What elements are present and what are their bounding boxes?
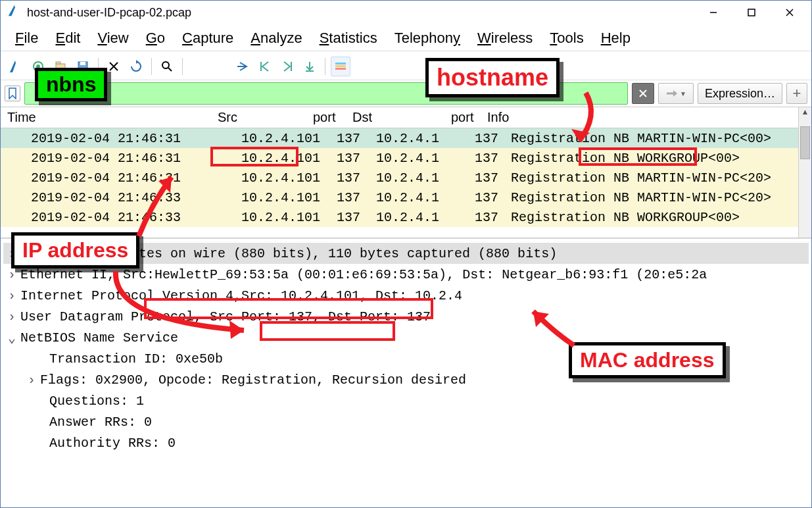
- detail-ip[interactable]: › Internet Protocol Version 4, Src: 10.2…: [3, 285, 809, 306]
- expression-button[interactable]: Expression…: [698, 83, 782, 104]
- packet-row[interactable]: 2019-02-04 21:46:33 10.2.4.101 137 10.2.…: [1, 188, 811, 207]
- menu-help[interactable]: Help: [601, 30, 631, 47]
- menu-wireless[interactable]: Wireless: [477, 30, 533, 47]
- menubar: File Edit View Go Capture Analyze Statis…: [1, 24, 811, 51]
- toolbar: [1, 51, 811, 80]
- svg-rect-9: [80, 62, 85, 65]
- detail-questions[interactable]: Questions: 1: [3, 390, 809, 411]
- caret-right-icon[interactable]: ›: [3, 288, 20, 303]
- tb-colorize-icon[interactable]: [331, 57, 350, 76]
- svg-point-12: [162, 62, 169, 68]
- filter-clear-button[interactable]: [632, 83, 654, 104]
- packet-list: Time Src port Dst port Info 2019-02-04 2…: [1, 107, 811, 238]
- col-dport[interactable]: port: [451, 110, 487, 125]
- svg-rect-7: [56, 62, 60, 64]
- tb-first-icon[interactable]: [255, 57, 275, 76]
- window-title: host-and-user-ID-pcap-02.pcap: [27, 6, 694, 20]
- menu-tools[interactable]: Tools: [550, 30, 583, 47]
- svg-line-13: [168, 68, 172, 71]
- maximize-button[interactable]: [732, 1, 771, 24]
- svg-rect-1: [748, 9, 755, 16]
- menu-edit[interactable]: Edit: [55, 30, 80, 47]
- tb-close-icon[interactable]: [104, 57, 124, 76]
- close-button[interactable]: [771, 1, 809, 24]
- caret-right-icon[interactable]: ›: [3, 267, 20, 282]
- tb-logo-icon[interactable]: [6, 57, 26, 76]
- menu-analyze[interactable]: Analyze: [251, 30, 302, 47]
- app-icon: [7, 4, 22, 22]
- svg-rect-20: [335, 63, 346, 64]
- menu-statistics[interactable]: Statistics: [320, 30, 377, 47]
- detail-frame[interactable]: › Frame 5: 110 bytes on wire (880 bits),…: [3, 243, 809, 264]
- tb-last-icon[interactable]: [277, 57, 297, 76]
- col-dst[interactable]: Dst: [352, 110, 451, 125]
- svg-point-5: [36, 64, 40, 68]
- svg-rect-6: [56, 64, 65, 70]
- packet-row[interactable]: 2019-02-04 21:46:31 10.2.4.101 137 10.2.…: [1, 128, 811, 148]
- detail-udp[interactable]: › User Datagram Protocol, Src Port: 137,…: [3, 306, 809, 327]
- menu-file[interactable]: File: [15, 30, 38, 47]
- display-filter-input[interactable]: [24, 82, 628, 105]
- filterbar: ▼ Expression… +: [1, 80, 811, 107]
- menu-view[interactable]: View: [97, 30, 128, 47]
- tb-reload-icon[interactable]: [126, 57, 146, 76]
- col-time[interactable]: Time: [7, 110, 218, 125]
- bookmark-icon[interactable]: [5, 86, 20, 101]
- titlebar: host-and-user-ID-pcap-02.pcap: [1, 1, 811, 24]
- tb-find-icon[interactable]: [157, 57, 177, 76]
- svg-rect-21: [335, 65, 346, 67]
- caret-down-icon[interactable]: ⌄: [3, 330, 20, 346]
- detail-answer-rrs[interactable]: Answer RRs: 0: [3, 411, 809, 432]
- detail-ethernet[interactable]: › Ethernet II, Src: HewlettP_69:53:5a (0…: [3, 264, 809, 285]
- caret-right-icon[interactable]: ›: [23, 372, 40, 388]
- tb-forward-icon[interactable]: [210, 57, 230, 76]
- add-filter-button[interactable]: +: [786, 83, 807, 104]
- col-src[interactable]: Src: [218, 110, 313, 125]
- detail-authority-rrs[interactable]: Authority RRs: 0: [3, 432, 809, 453]
- packet-list-header[interactable]: Time Src port Dst port Info: [1, 107, 811, 128]
- tb-back-icon[interactable]: [188, 57, 208, 76]
- detail-transaction-id[interactable]: Transaction ID: 0xe50b: [3, 348, 809, 369]
- chevron-down-icon: ▼: [680, 90, 686, 97]
- detail-flags[interactable]: › Flags: 0x2900, Opcode: Registration, R…: [3, 369, 809, 390]
- packet-row[interactable]: 2019-02-04 21:46:31 10.2.4.101 137 10.2.…: [1, 168, 811, 188]
- menu-telephony[interactable]: Telephony: [394, 30, 460, 47]
- filter-apply-dropdown[interactable]: ▼: [658, 83, 694, 104]
- packet-details[interactable]: › Frame 5: 110 bytes on wire (880 bits),…: [1, 238, 811, 471]
- packet-row[interactable]: 2019-02-04 21:46:31 10.2.4.101 137 10.2.…: [1, 148, 811, 168]
- packet-list-scrollbar[interactable]: ▲: [798, 107, 811, 238]
- tb-autoscroll-icon[interactable]: [300, 57, 320, 76]
- menu-capture[interactable]: Capture: [182, 30, 233, 47]
- minimize-button[interactable]: [694, 1, 732, 24]
- caret-right-icon[interactable]: ›: [3, 309, 20, 324]
- tb-jump-icon[interactable]: [233, 57, 252, 76]
- caret-right-icon[interactable]: ›: [3, 246, 20, 261]
- packet-row[interactable]: 2019-02-04 21:46:33 10.2.4.101 137 10.2.…: [1, 207, 811, 227]
- col-info[interactable]: Info: [487, 110, 811, 125]
- col-sport[interactable]: port: [313, 110, 352, 125]
- menu-go[interactable]: Go: [146, 30, 165, 47]
- svg-rect-22: [335, 68, 346, 70]
- tb-save-icon[interactable]: [73, 57, 93, 76]
- tb-capture-options-icon[interactable]: [28, 57, 48, 76]
- tb-open-icon[interactable]: [51, 57, 70, 76]
- detail-nbns[interactable]: ⌄ NetBIOS Name Service: [3, 327, 809, 348]
